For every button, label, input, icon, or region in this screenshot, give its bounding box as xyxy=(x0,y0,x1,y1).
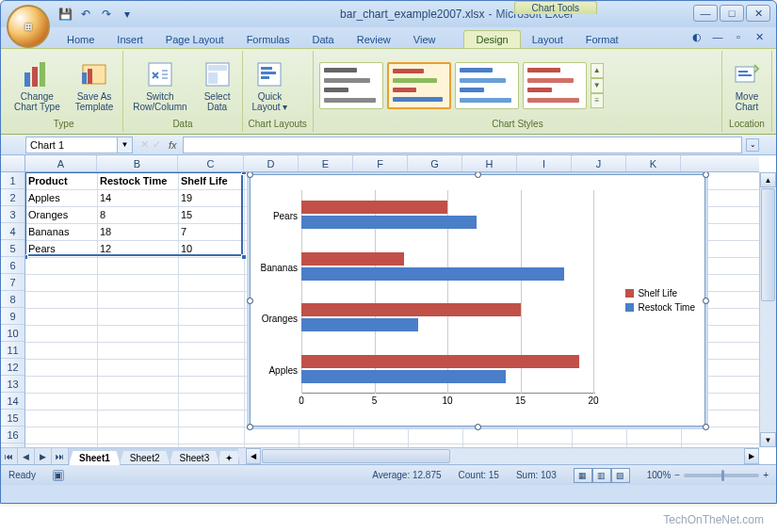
column-header[interactable]: H xyxy=(462,155,517,171)
sheet-tab-2[interactable]: Sheet2 xyxy=(120,451,170,465)
column-header[interactable]: F xyxy=(353,155,408,171)
row-header[interactable]: 3 xyxy=(1,206,24,223)
chart-bar[interactable] xyxy=(301,355,579,368)
sheet-nav-first-icon[interactable]: ⏮ xyxy=(1,448,18,464)
sheet-nav-next-icon[interactable]: ▶ xyxy=(35,448,52,464)
chart-bar[interactable] xyxy=(301,267,564,281)
sheet-tab-new[interactable]: ✦ xyxy=(219,451,239,465)
row-header[interactable]: 6 xyxy=(1,257,24,274)
legend-item[interactable]: Shelf Life xyxy=(625,288,695,298)
chart-resize-handle[interactable] xyxy=(247,172,253,178)
cell[interactable]: Oranges xyxy=(25,206,97,223)
row-header[interactable]: 4 xyxy=(1,223,24,240)
ribbon-restore-icon[interactable]: ▫ xyxy=(731,29,746,44)
cell[interactable]: 19 xyxy=(178,189,244,206)
column-header[interactable]: A xyxy=(25,155,97,171)
chart-style-2[interactable] xyxy=(387,62,451,109)
select-all-corner[interactable] xyxy=(1,155,25,171)
cell[interactable]: 18 xyxy=(97,223,178,240)
cell[interactable]: 8 xyxy=(97,206,178,223)
vertical-scrollbar[interactable]: ▲ ▼ xyxy=(759,172,776,447)
fx-icon[interactable]: fx xyxy=(169,139,177,151)
legend-item[interactable]: Restock Time xyxy=(625,302,695,313)
formula-expand-icon[interactable]: ⌄ xyxy=(746,138,759,152)
scroll-right-icon[interactable]: ▶ xyxy=(744,448,759,464)
office-button[interactable]: ⊞ xyxy=(7,5,50,48)
chart-resize-handle[interactable] xyxy=(247,298,253,304)
row-header[interactable]: 12 xyxy=(1,359,24,376)
formula-input[interactable] xyxy=(183,137,742,153)
chart-bar[interactable] xyxy=(301,303,521,316)
sheet-nav-prev-icon[interactable]: ◀ xyxy=(18,448,35,464)
close-button[interactable]: ✕ xyxy=(746,5,770,22)
switch-row-column-button[interactable]: Switch Row/Column xyxy=(129,57,190,114)
chart-style-3[interactable] xyxy=(455,62,519,109)
zoom-level[interactable]: 100% xyxy=(647,470,672,480)
chart-bar[interactable] xyxy=(301,201,447,214)
zoom-slider[interactable] xyxy=(684,474,759,477)
view-page-layout-icon[interactable]: ▥ xyxy=(592,468,611,483)
column-header[interactable]: C xyxy=(178,155,244,171)
sheet-tab-1[interactable]: Sheet1 xyxy=(69,451,121,465)
cell[interactable]: 15 xyxy=(178,206,244,223)
chart-resize-handle[interactable] xyxy=(475,172,481,178)
view-page-break-icon[interactable]: ▨ xyxy=(611,468,630,483)
cell[interactable]: Shelf Life xyxy=(178,172,244,189)
cell[interactable]: Product xyxy=(25,172,97,189)
row-header[interactable]: 2 xyxy=(1,189,24,206)
column-header[interactable]: D xyxy=(244,155,299,171)
column-header[interactable]: J xyxy=(572,155,626,171)
quick-layout-button[interactable]: Quick Layout ▾ xyxy=(249,57,292,114)
qat-customize-icon[interactable]: ▾ xyxy=(118,5,137,24)
view-normal-icon[interactable]: ▦ xyxy=(574,468,592,483)
cell[interactable]: 7 xyxy=(178,223,244,240)
help-icon[interactable]: ◐ xyxy=(689,29,704,44)
column-header[interactable]: B xyxy=(97,155,178,171)
chart-resize-handle[interactable] xyxy=(703,298,709,304)
save-as-template-button[interactable]: Save As Template xyxy=(72,57,118,114)
row-header[interactable]: 7 xyxy=(1,274,24,291)
chart-style-1[interactable] xyxy=(319,62,383,109)
row-header[interactable]: 11 xyxy=(1,342,24,359)
column-header[interactable]: I xyxy=(517,155,572,171)
chart-style-4[interactable] xyxy=(523,62,587,109)
cell[interactable]: Pears xyxy=(25,240,97,257)
tab-review[interactable]: Review xyxy=(346,31,402,48)
zoom-in-icon[interactable]: + xyxy=(763,470,769,480)
minimize-button[interactable]: — xyxy=(693,5,718,22)
scroll-down-icon[interactable]: ▼ xyxy=(760,432,776,447)
chart-bar[interactable] xyxy=(301,370,506,383)
scroll-up-icon[interactable]: ▲ xyxy=(760,172,776,187)
row-header[interactable]: 5 xyxy=(1,240,24,257)
chart-resize-handle[interactable] xyxy=(703,172,709,178)
embedded-chart[interactable]: Shelf LifeRestock Time05101520PearsBanan… xyxy=(250,174,705,427)
row-header[interactable]: 14 xyxy=(1,393,24,410)
tab-formulas[interactable]: Formulas xyxy=(235,31,301,48)
column-header[interactable]: E xyxy=(299,155,353,171)
macro-record-icon[interactable]: ▣ xyxy=(53,470,64,481)
select-data-button[interactable]: Select Data xyxy=(199,57,236,114)
undo-icon[interactable]: ↶ xyxy=(76,5,95,24)
chart-bar[interactable] xyxy=(301,216,477,229)
cell[interactable]: Apples xyxy=(25,189,97,206)
sheet-tab-3[interactable]: Sheet3 xyxy=(170,451,220,465)
row-header[interactable]: 13 xyxy=(1,376,24,393)
tab-format[interactable]: Format xyxy=(575,31,630,48)
tab-layout[interactable]: Layout xyxy=(521,31,575,48)
tab-insert[interactable]: Insert xyxy=(105,31,154,48)
tab-home[interactable]: Home xyxy=(56,31,105,48)
chart-resize-handle[interactable] xyxy=(475,424,481,430)
tab-page-layout[interactable]: Page Layout xyxy=(154,31,235,48)
column-header[interactable]: G xyxy=(408,155,462,171)
chart-bar[interactable] xyxy=(301,252,404,266)
chart-plot-area[interactable]: 05101520PearsBananasOrangesApples xyxy=(301,190,595,394)
cell[interactable]: Bananas xyxy=(25,223,97,240)
row-header[interactable]: 1 xyxy=(1,172,24,189)
hscroll-thumb[interactable] xyxy=(262,449,450,463)
scroll-left-icon[interactable]: ◀ xyxy=(246,448,261,464)
name-box-dropdown[interactable]: ▼ xyxy=(118,137,133,153)
chart-resize-handle[interactable] xyxy=(247,424,253,430)
row-header[interactable]: 9 xyxy=(1,308,24,325)
move-chart-button[interactable]: Move Chart xyxy=(728,57,766,114)
row-header[interactable]: 15 xyxy=(1,410,24,427)
